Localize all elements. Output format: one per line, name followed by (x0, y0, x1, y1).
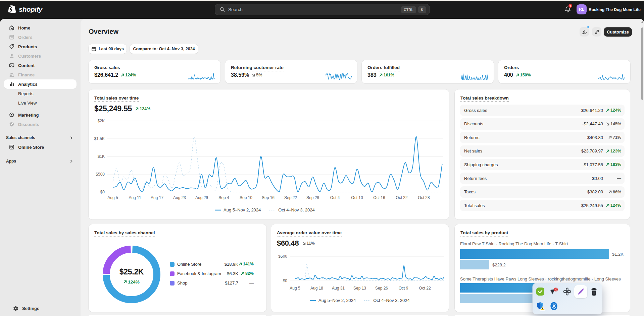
svg-text:Aug 17: Aug 17 (151, 195, 163, 200)
svg-text:Sep 28: Sep 28 (306, 195, 319, 200)
svg-text:Aug 5: Aug 5 (290, 286, 300, 291)
svg-text:$0: $0 (100, 190, 105, 194)
svg-text:Sep 26: Sep 26 (375, 286, 388, 291)
svg-text:Aug 29: Aug 29 (195, 195, 208, 200)
svg-text:Oct 9: Oct 9 (399, 286, 408, 291)
svg-text:Oct 28: Oct 28 (418, 195, 430, 200)
svg-text:Oct 4: Oct 4 (330, 195, 340, 200)
svg-text:Sep 4: Sep 4 (218, 195, 229, 200)
svg-text:Sep 10: Sep 10 (240, 195, 252, 200)
svg-text:$0: $0 (283, 278, 288, 283)
svg-text:Oct 16: Oct 16 (373, 195, 385, 200)
svg-text:$1K: $1K (98, 154, 105, 159)
svg-text:Aug 5: Aug 5 (107, 195, 118, 200)
svg-text:$1.5K: $1.5K (94, 136, 105, 141)
svg-text:Aug 23: Aug 23 (173, 195, 186, 200)
svg-text:Oct 10: Oct 10 (351, 195, 363, 200)
svg-text:Sep 13: Sep 13 (353, 286, 366, 291)
svg-text:Aug 31: Aug 31 (332, 286, 345, 291)
svg-text:$500: $500 (96, 172, 105, 177)
svg-text:Oct 22: Oct 22 (396, 195, 408, 200)
svg-text:$500: $500 (278, 254, 287, 259)
svg-text:Oct 22: Oct 22 (419, 286, 431, 291)
svg-text:Sep 16: Sep 16 (262, 195, 275, 200)
svg-text:Sep 22: Sep 22 (284, 195, 297, 200)
svg-text:Aug 18: Aug 18 (310, 286, 323, 291)
svg-text:Aug 11: Aug 11 (129, 195, 141, 200)
svg-text:$2K: $2K (98, 119, 105, 123)
